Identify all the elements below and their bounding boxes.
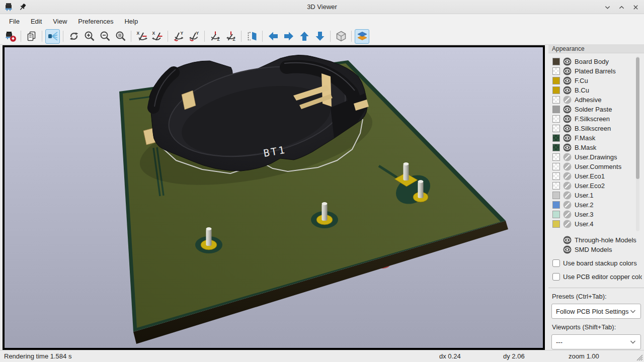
layer-label: B.Cu: [575, 86, 589, 94]
maximize-button[interactable]: [617, 3, 626, 11]
flip-board-button[interactable]: [245, 29, 259, 44]
layer-color-swatch[interactable]: [552, 77, 560, 84]
render-current-view-button[interactable]: [45, 29, 60, 44]
layer-row-plated-barrels[interactable]: Plated Barrels: [552, 66, 644, 76]
layer-row-f-silkscreen[interactable]: F.Silkscreen: [552, 114, 644, 124]
presets-dropdown[interactable]: Follow PCB Plot Settings: [551, 304, 641, 319]
layer-row-user-2[interactable]: User.2: [552, 200, 644, 210]
scrollbar-thumb[interactable]: [636, 57, 639, 179]
visibility-on-eye-icon[interactable]: [563, 76, 572, 85]
menu-edit[interactable]: Edit: [26, 16, 47, 27]
layer-color-swatch[interactable]: [552, 172, 560, 180]
layer-color-swatch[interactable]: [552, 134, 560, 142]
visibility-off-eye-icon[interactable]: [563, 210, 572, 219]
rotate-x-counterclockwise-button[interactable]: [150, 29, 165, 44]
use-pcb-editor-copper-colors-checkbox[interactable]: [552, 273, 560, 281]
layer-row-user-comments[interactable]: User.Comments: [552, 162, 644, 171]
layer-row-user-3[interactable]: User.3: [552, 210, 644, 219]
layer-row-user-4[interactable]: User.4: [552, 219, 644, 229]
use-board-stackup-colors-checkbox[interactable]: [552, 259, 560, 267]
layer-color-swatch[interactable]: [552, 115, 560, 123]
visibility-on-eye-icon[interactable]: [563, 105, 572, 114]
layer-row-user-1[interactable]: User.1: [552, 191, 644, 200]
layer-color-swatch[interactable]: [552, 86, 560, 94]
menu-help[interactable]: Help: [119, 16, 143, 27]
pan-up-button[interactable]: [297, 29, 311, 44]
copy-image-button[interactable]: [24, 29, 39, 44]
layer-color-swatch[interactable]: [552, 106, 560, 113]
3d-viewport-canvas[interactable]: BT1: [5, 47, 543, 348]
close-button[interactable]: [631, 3, 640, 11]
visibility-on-eye-icon[interactable]: [563, 236, 572, 244]
minimize-button[interactable]: [603, 3, 612, 11]
viewports-dropdown[interactable]: ---: [551, 334, 641, 349]
sidebar-divider: [548, 288, 644, 288]
resize-grip[interactable]: [634, 352, 643, 361]
visibility-on-eye-icon[interactable]: [563, 143, 572, 152]
layer-row-user-eco2[interactable]: User.Eco2: [552, 181, 644, 191]
visibility-off-eye-icon[interactable]: [563, 220, 572, 228]
rotate-z-clockwise-button[interactable]: [208, 29, 222, 44]
visibility-off-eye-icon[interactable]: [563, 162, 572, 171]
rotate-z-counterclockwise-button[interactable]: [223, 29, 238, 44]
layer-color-swatch[interactable]: [552, 211, 560, 218]
layer-color-swatch[interactable]: [552, 96, 560, 104]
layer-row-through-hole-models[interactable]: Through-hole Models: [552, 235, 644, 245]
appearance-manager-button[interactable]: [355, 29, 369, 44]
layer-color-swatch[interactable]: [552, 163, 560, 170]
visibility-off-eye-icon[interactable]: [563, 96, 572, 104]
pan-right-button[interactable]: [281, 29, 296, 44]
visibility-on-eye-icon[interactable]: [563, 57, 572, 66]
sidebar-scrollbar[interactable]: [636, 56, 639, 231]
visibility-off-eye-icon[interactable]: [563, 182, 572, 190]
layer-row-b-mask[interactable]: B.Mask: [552, 143, 644, 152]
visibility-on-eye-icon[interactable]: [563, 86, 572, 95]
visibility-off-eye-icon[interactable]: [563, 201, 572, 209]
use-board-stackup-colors-row[interactable]: Use board stackup colors: [552, 258, 642, 268]
visibility-on-eye-icon[interactable]: [563, 134, 572, 142]
layer-row-f-mask[interactable]: F.Mask: [552, 133, 644, 143]
pan-left-button[interactable]: [266, 29, 280, 44]
use-pcb-editor-copper-colors-row[interactable]: Use PCB editor copper colors: [552, 272, 642, 282]
layer-color-swatch[interactable]: [552, 182, 560, 190]
layer-row-b-cu[interactable]: B.Cu: [552, 85, 644, 95]
orthographic-projection-button[interactable]: [334, 29, 348, 44]
layer-color-swatch[interactable]: [552, 144, 560, 151]
visibility-off-eye-icon[interactable]: [563, 172, 572, 180]
layer-color-swatch[interactable]: [552, 220, 560, 228]
menu-preferences[interactable]: Preferences: [73, 16, 118, 27]
pan-down-button[interactable]: [312, 29, 327, 44]
rotate-x-clockwise-button[interactable]: [134, 29, 149, 44]
layer-color-swatch[interactable]: [552, 125, 560, 132]
visibility-on-eye-icon[interactable]: [563, 245, 572, 254]
layer-row-smd-models[interactable]: SMD Models: [552, 245, 644, 254]
layer-color-swatch[interactable]: [552, 67, 560, 75]
layer-row-user-eco1[interactable]: User.Eco1: [552, 171, 644, 181]
layer-row-f-cu[interactable]: F.Cu: [552, 76, 644, 85]
layer-row-b-silkscreen[interactable]: B.Silkscreen: [552, 124, 644, 133]
layer-row-board-body[interactable]: Board Body: [552, 57, 644, 66]
zoom-in-button[interactable]: [82, 29, 97, 44]
presets-label: Presets (Ctrl+Tab):: [552, 293, 644, 300]
export-image-button[interactable]: [3, 29, 18, 44]
zoom-out-button[interactable]: [98, 29, 112, 44]
checkbox-label: Use board stackup colors: [563, 259, 637, 267]
rotate-y-counterclockwise-button[interactable]: [187, 29, 201, 44]
menu-view[interactable]: View: [48, 16, 72, 27]
visibility-on-eye-icon[interactable]: [563, 124, 572, 133]
menu-file[interactable]: File: [4, 16, 25, 27]
visibility-on-eye-icon[interactable]: [563, 115, 572, 123]
layer-row-adhesive[interactable]: Adhesive: [552, 95, 644, 105]
visibility-on-eye-icon[interactable]: [563, 67, 572, 75]
layer-row-user-drawings[interactable]: User.Drawings: [552, 152, 644, 162]
layer-color-swatch[interactable]: [552, 192, 560, 199]
redraw-button[interactable]: [66, 29, 81, 44]
layer-color-swatch[interactable]: [552, 58, 560, 65]
layer-color-swatch[interactable]: [552, 201, 560, 209]
rotate-y-clockwise-button[interactable]: [171, 29, 186, 44]
zoom-to-fit-button[interactable]: [113, 29, 128, 44]
layer-color-swatch[interactable]: [552, 153, 560, 161]
visibility-off-eye-icon[interactable]: [563, 191, 572, 200]
layer-row-solder-paste[interactable]: Solder Paste: [552, 105, 644, 114]
visibility-off-eye-icon[interactable]: [563, 153, 572, 161]
